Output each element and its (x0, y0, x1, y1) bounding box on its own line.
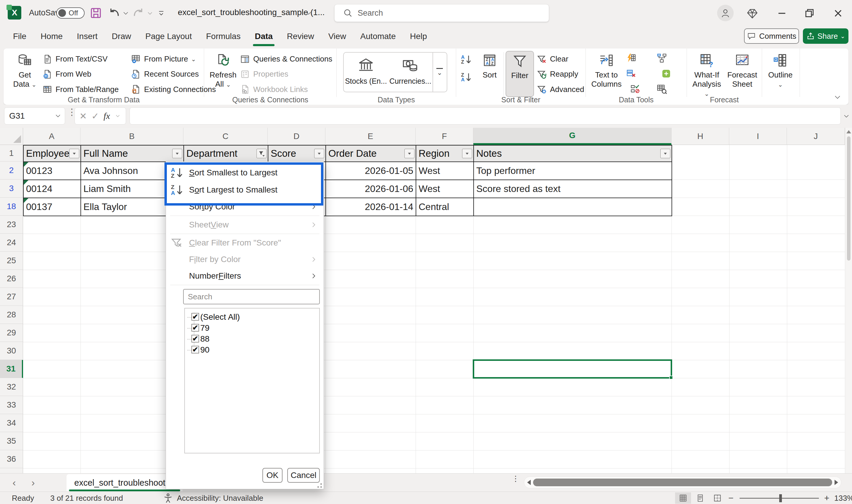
title-dropdown-chevron-icon[interactable] (305, 10, 312, 17)
search-box[interactable]: Search (334, 4, 549, 22)
checkbox-checked[interactable]: ✔ (192, 324, 199, 331)
row-header-24[interactable]: 24 (0, 234, 23, 252)
advanced-filter-button[interactable]: Advanced (536, 82, 584, 97)
tab-formulas[interactable]: Formulas (199, 26, 248, 47)
row-header-30[interactable]: 30 (0, 342, 23, 360)
currencies-button[interactable]: Currencies... (388, 53, 433, 92)
filter-value-90[interactable]: ✔90 (185, 344, 319, 355)
tab-page-layout[interactable]: Page Layout (138, 26, 199, 47)
cell-A18[interactable]: 00137 (23, 198, 81, 216)
filter-dropdown-button[interactable] (404, 149, 415, 158)
autosave-toggle[interactable]: Off (56, 7, 85, 19)
filter-applied-button[interactable] (256, 149, 267, 158)
redo-icon[interactable] (132, 6, 145, 19)
consolidate-icon[interactable] (655, 52, 669, 65)
column-header-F[interactable]: F (416, 128, 473, 145)
column-header-E[interactable]: E (325, 128, 416, 145)
undo-icon[interactable] (108, 6, 121, 19)
filter-dropdown-button[interactable] (69, 149, 79, 158)
sheet-grid[interactable]: ABCDEFGHIJ123182324252627282930313233343… (0, 128, 852, 473)
row-header-3[interactable]: 3 (0, 180, 23, 198)
menu-item-sort-smallest-to-largest[interactable]: Sort Smallest to LargestAZ (166, 164, 324, 181)
vertical-scroll-thumb[interactable] (847, 136, 851, 260)
zoom-in-button[interactable]: + (824, 493, 830, 503)
cell-G2[interactable]: Top performer (473, 162, 672, 180)
row-header-33[interactable]: 33 (0, 396, 23, 414)
row-header-26[interactable]: 26 (0, 270, 23, 288)
flash-fill-icon[interactable] (624, 52, 638, 65)
outline-button[interactable]: Outline⌄ (764, 51, 797, 97)
existing-connections-button[interactable]: Existing Connections (130, 82, 204, 97)
cell-F2[interactable]: West (416, 162, 474, 180)
from-text-csv-button[interactable]: From Text/CSV (42, 52, 130, 67)
status-accessibility[interactable]: Accessibility: Unavailable (177, 494, 263, 503)
data-validation-icon[interactable] (624, 82, 647, 96)
name-box-chevron-icon[interactable] (54, 112, 62, 120)
menu-item-sort-by-color[interactable]: Sort by Color (166, 198, 324, 215)
filter-dropdown-button[interactable] (660, 149, 670, 158)
comments-button[interactable]: Comments (744, 29, 799, 44)
row-header-25[interactable]: 25 (0, 252, 23, 270)
row-header-28[interactable]: 28 (0, 306, 23, 324)
zoom-slider-thumb[interactable] (779, 494, 782, 502)
queries-connections-button[interactable]: Queries & Connections (240, 52, 334, 67)
ok-button[interactable]: OK (262, 468, 283, 483)
account-button[interactable] (717, 5, 734, 21)
close-button[interactable] (831, 6, 845, 20)
filter-dropdown-button[interactable] (172, 149, 182, 158)
tab-automate[interactable]: Automate (353, 26, 403, 47)
page-break-view-button[interactable] (709, 492, 725, 504)
tab-draw[interactable]: Draw (105, 26, 138, 47)
sort-ascending-icon[interactable]: AZ (459, 53, 473, 66)
data-types-more-button[interactable]: ⌄ (433, 53, 446, 92)
clear-filter-button[interactable]: Clear (536, 52, 584, 67)
filter-value-88[interactable]: ✔88 (185, 333, 319, 344)
sheet-tab-active[interactable]: excel_sort_troubleshooting (67, 474, 183, 491)
selected-cell-G31[interactable] (473, 359, 672, 379)
tab-file[interactable]: File (6, 26, 33, 47)
row-header-31[interactable]: 31 (0, 360, 23, 378)
expand-formula-bar-icon[interactable] (842, 112, 850, 120)
prev-sheet-icon[interactable]: ‹ (8, 476, 20, 488)
normal-view-button[interactable] (675, 492, 691, 504)
resize-grip[interactable] (316, 482, 322, 488)
stocks-button[interactable]: Stocks (En... (344, 53, 388, 92)
excel-app-icon[interactable]: X (8, 6, 21, 19)
select-all-corner[interactable] (0, 128, 23, 145)
undo-menu-chevron-icon[interactable] (122, 10, 130, 17)
scroll-up-arrow[interactable] (846, 130, 851, 133)
remove-duplicates-icon[interactable] (624, 67, 638, 80)
row-header-2[interactable]: 2 (0, 162, 23, 180)
save-icon[interactable] (89, 6, 102, 19)
tab-insert[interactable]: Insert (70, 26, 105, 47)
row-header-36[interactable]: 36 (0, 450, 23, 468)
scroll-right-arrow[interactable] (835, 480, 838, 485)
sort-button[interactable]: ZAAZ Sort (477, 51, 502, 97)
collapse-ribbon-icon[interactable] (833, 93, 842, 102)
filter-value-79[interactable]: ✔79 (185, 322, 319, 333)
column-header-J[interactable]: J (787, 128, 845, 145)
zoom-out-button[interactable]: − (728, 493, 734, 503)
cancel-entry-icon[interactable]: ✕ (79, 111, 87, 121)
cell-A3[interactable]: 00124 (23, 180, 81, 198)
refresh-all-button[interactable]: Refresh All ⌄ (206, 51, 240, 97)
row-header-35[interactable]: 35 (0, 432, 23, 450)
column-header-D[interactable]: D (268, 128, 325, 145)
redo-menu-chevron-icon[interactable] (146, 10, 154, 17)
what-if-analysis-button[interactable]: ? What-If Analysis ⌄ (689, 51, 725, 97)
from-picture-button[interactable]: From Picture⌄ (130, 52, 204, 67)
filter-dropdown-button[interactable] (462, 149, 472, 158)
name-box[interactable]: G31 (4, 107, 65, 125)
cell-E3[interactable]: 2026-01-06 (325, 180, 416, 198)
horizontal-scroll-thumb[interactable] (533, 479, 832, 486)
row-header-1[interactable]: 1 (0, 145, 23, 162)
checkbox-checked[interactable]: ✔ (192, 346, 199, 354)
cell-G3[interactable]: Score stored as text (473, 180, 672, 198)
filter-search-input[interactable]: Search (183, 289, 320, 304)
recent-sources-button[interactable]: Recent Sources (130, 67, 204, 82)
restore-button[interactable] (803, 6, 816, 20)
filter-dropdown-button[interactable] (314, 149, 324, 158)
row-header-32[interactable]: 32 (0, 378, 23, 396)
insert-function-icon[interactable]: fx (104, 111, 110, 121)
cancel-button[interactable]: Cancel (287, 468, 320, 483)
